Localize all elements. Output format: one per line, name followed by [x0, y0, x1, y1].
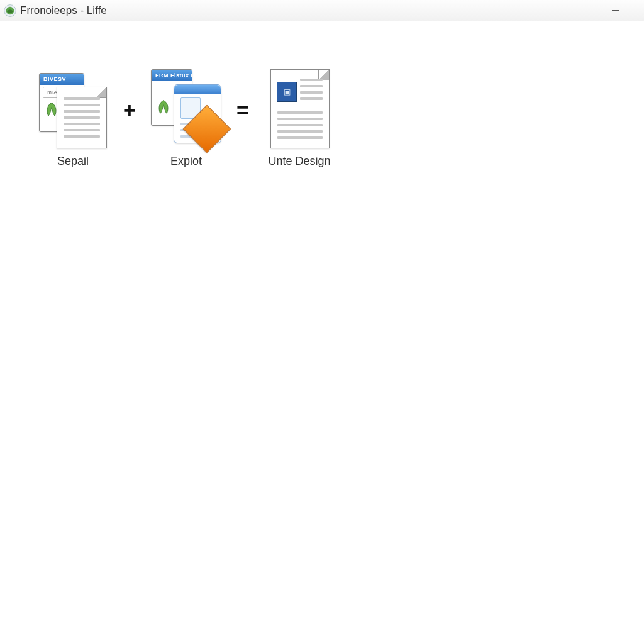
tile-expiot[interactable]: FRM Fistux I.le Expiot [142, 69, 230, 168]
tile-sepail[interactable]: BIVESV imi ASal Sepail [29, 69, 117, 168]
equals-operator: = [230, 69, 255, 151]
title-bar: Frronoieeps - Liffe [0, 0, 644, 21]
content-area: BIVESV imi ASal Sepail + [0, 21, 644, 644]
workflow-row: BIVESV imi ASal Sepail + [29, 69, 343, 168]
window-controls [609, 5, 640, 16]
document-icon [270, 69, 330, 148]
app-badge-icon: ▣ [277, 82, 297, 102]
sepail-icon: BIVESV imi ASal [35, 69, 111, 151]
tile-header: FRM Fistux I.le [152, 70, 192, 81]
plus-operator: + [117, 69, 142, 151]
maximize-button[interactable] [626, 5, 640, 16]
window-title: Frronoieeps - Liffe [20, 4, 609, 17]
tile-label: Unte Design [268, 155, 330, 168]
svg-rect-2 [612, 10, 619, 11]
tile-label: Expiot [170, 155, 202, 168]
minimize-button[interactable] [609, 5, 623, 16]
leaf-icon [155, 98, 172, 116]
unte-design-icon: ▣ [262, 69, 337, 151]
tile-label: Sepail [57, 155, 89, 168]
tile-header: BIVESV [40, 74, 84, 85]
document-icon [57, 87, 107, 148]
tile-unte-design[interactable]: ▣ Unte Design [255, 69, 343, 168]
expiot-icon: FRM Fistux I.le [148, 69, 224, 151]
app-icon [4, 4, 16, 17]
